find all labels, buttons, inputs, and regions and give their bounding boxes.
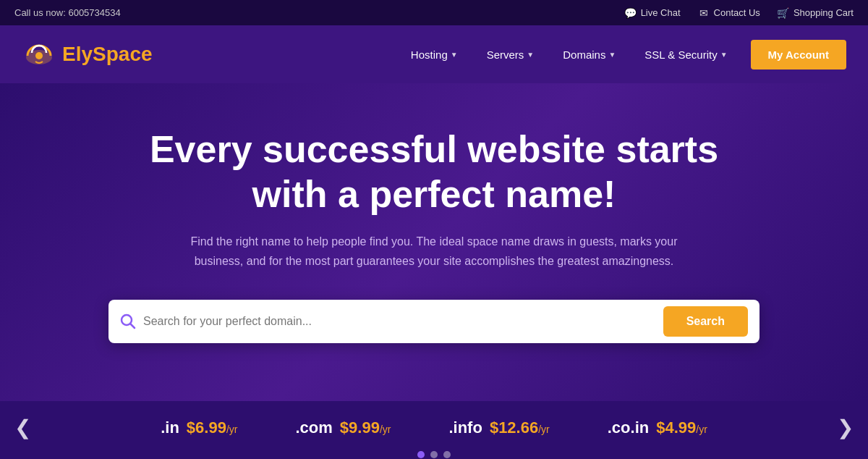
chat-icon: 💬 — [625, 7, 637, 19]
logo-text-part2: Space — [93, 43, 153, 65]
domain-carousel: ❮ .in $6.99/yr .com $9.99/yr .info $12.6… — [0, 416, 868, 439]
search-container: Search — [109, 300, 760, 343]
carousel-next-arrow[interactable]: ❯ — [822, 416, 868, 439]
top-bar: Call us now: 6005734534 💬 Live Chat ✉ Co… — [0, 0, 868, 25]
contact-us-link[interactable]: ✉ Contact Us — [698, 7, 760, 19]
dot-2[interactable] — [430, 451, 438, 458]
contact-us-label: Contact Us — [714, 7, 760, 18]
logo-text: ElySpace — [62, 43, 153, 66]
logo[interactable]: ElySpace — [22, 37, 153, 72]
servers-label: Servers — [487, 49, 524, 61]
domain-ext-info: .info — [448, 418, 482, 437]
domain-items: .in $6.99/yr .com $9.99/yr .info $12.66/… — [46, 418, 822, 437]
domains-label: Domains — [563, 49, 605, 61]
domain-ext-com: .com — [295, 418, 332, 437]
svg-point-1 — [35, 52, 43, 59]
dot-1[interactable] — [417, 451, 425, 458]
domain-item-in: .in $6.99/yr — [161, 418, 237, 437]
my-account-button[interactable]: My Account — [751, 40, 846, 70]
hero-subtext: Find the right name to help people find … — [181, 232, 687, 271]
logo-icon — [22, 37, 56, 72]
logo-text-part1: Ely — [62, 43, 93, 65]
ssl-chevron-icon: ▼ — [720, 51, 728, 59]
cart-icon: 🛒 — [778, 7, 789, 19]
nav-item-ssl[interactable]: SSL & Security ▼ — [633, 43, 739, 67]
ssl-label: SSL & Security — [644, 49, 717, 61]
carousel-dots — [0, 451, 868, 458]
search-input[interactable] — [143, 315, 663, 328]
domain-price-info: $12.66/yr — [490, 418, 550, 437]
top-bar-right: 💬 Live Chat ✉ Contact Us 🛒 Shopping Cart — [625, 7, 854, 19]
domain-ext-coin: .co.in — [608, 418, 649, 437]
live-chat-link[interactable]: 💬 Live Chat — [625, 7, 681, 19]
email-icon: ✉ — [698, 7, 710, 19]
domain-price-in: $6.99/yr — [187, 418, 238, 437]
svg-line-3 — [131, 324, 135, 329]
hosting-label: Hosting — [411, 49, 448, 61]
nav-item-hosting[interactable]: Hosting ▼ — [399, 43, 469, 67]
nav-links: Hosting ▼ Servers ▼ Domains ▼ SSL & Secu… — [399, 40, 846, 70]
live-chat-label: Live Chat — [641, 7, 681, 18]
nav-bar: ElySpace Hosting ▼ Servers ▼ Domains ▼ S… — [0, 25, 868, 83]
phone-label: Call us now: 6005734534 — [14, 7, 121, 18]
domain-item-info: .info $12.66/yr — [448, 418, 549, 437]
domain-price-com: $9.99/yr — [340, 418, 391, 437]
hosting-chevron-icon: ▼ — [451, 51, 458, 59]
search-button[interactable]: Search — [663, 306, 748, 337]
hero-section: Every successful website starts with a p… — [0, 83, 868, 401]
domain-price-coin: $4.99/yr — [656, 418, 707, 437]
carousel-prev-arrow[interactable]: ❮ — [0, 416, 46, 439]
shopping-cart-link[interactable]: 🛒 Shopping Cart — [778, 7, 854, 19]
nav-item-domains[interactable]: Domains ▼ — [551, 43, 627, 67]
shopping-cart-label: Shopping Cart — [793, 7, 854, 18]
dot-3[interactable] — [443, 451, 451, 458]
servers-chevron-icon: ▼ — [527, 51, 534, 59]
domain-strip: ❮ .in $6.99/yr .com $9.99/yr .info $12.6… — [0, 401, 868, 459]
search-icon — [120, 313, 136, 329]
domain-item-coin: .co.in $4.99/yr — [608, 418, 707, 437]
domain-ext-in: .in — [161, 418, 179, 437]
domain-item-com: .com $9.99/yr — [295, 418, 391, 437]
domains-chevron-icon: ▼ — [608, 51, 616, 59]
hero-heading: Every successful website starts with a p… — [145, 127, 723, 217]
nav-item-servers[interactable]: Servers ▼ — [475, 43, 546, 67]
